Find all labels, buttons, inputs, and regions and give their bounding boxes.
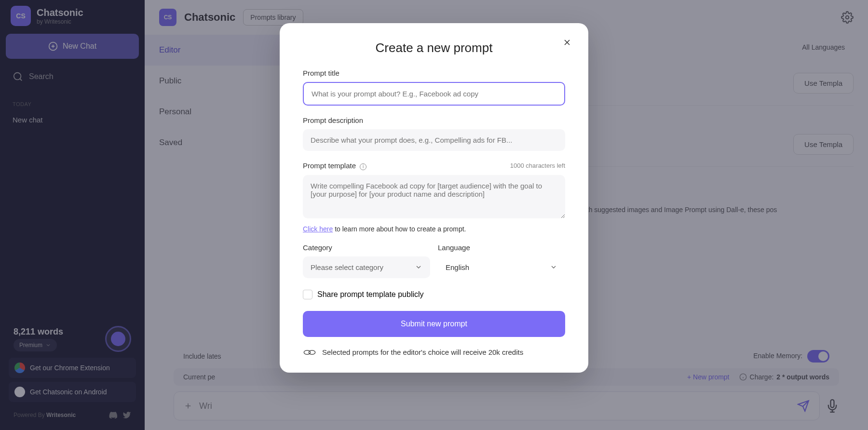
info-icon[interactable]: i (360, 163, 366, 170)
prompt-template-label: Prompt template i (303, 161, 366, 170)
prompt-title-label: Prompt title (303, 69, 565, 77)
close-button[interactable] (562, 38, 572, 47)
chevron-down-icon (415, 263, 422, 271)
prompt-description-input[interactable] (303, 129, 565, 151)
category-select[interactable]: Please select category (303, 256, 430, 278)
category-label: Category (303, 243, 430, 252)
prompt-title-input[interactable] (303, 82, 565, 106)
share-publicly-checkbox[interactable] (303, 290, 312, 299)
modal-title: Create a new prompt (303, 40, 565, 55)
chevron-down-icon (550, 263, 557, 271)
language-select[interactable]: English (438, 256, 565, 278)
svg-point-18 (309, 350, 315, 354)
prompt-description-label: Prompt description (303, 116, 565, 124)
create-prompt-modal: Create a new prompt Prompt title Prompt … (280, 23, 588, 373)
language-label: Language (438, 243, 565, 252)
submit-prompt-button[interactable]: Submit new prompt (303, 311, 565, 337)
share-publicly-label: Share prompt template publicly (317, 290, 424, 299)
coins-icon (303, 348, 316, 357)
prompt-template-textarea[interactable] (303, 175, 565, 218)
help-text: Click here to learn more about how to cr… (303, 225, 565, 233)
characters-left: 1000 characters left (510, 162, 565, 169)
credits-text: Selected prompts for the editor's choice… (322, 348, 523, 356)
close-icon (562, 38, 572, 47)
help-link[interactable]: Click here (303, 225, 333, 233)
